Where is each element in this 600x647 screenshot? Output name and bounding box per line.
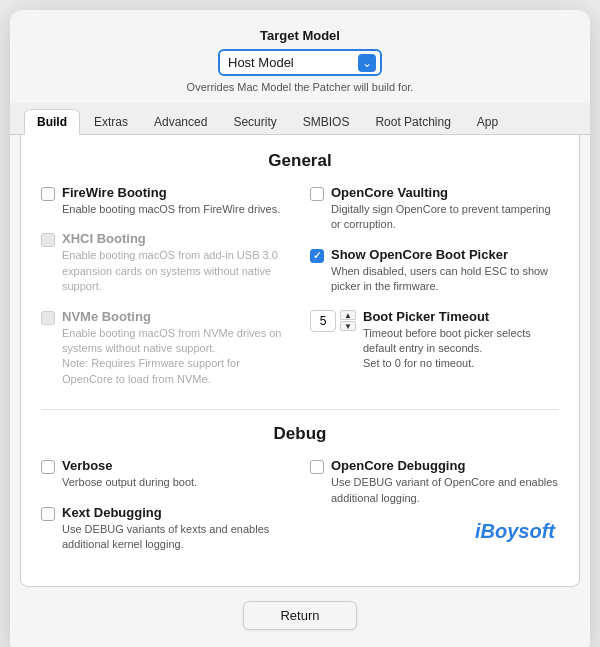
- stepper-value[interactable]: 5: [310, 310, 336, 332]
- tab-app[interactable]: App: [465, 110, 510, 134]
- firewire-checkbox[interactable]: [41, 187, 55, 201]
- tab-build[interactable]: Build: [24, 109, 80, 135]
- firewire-option: FireWire Booting Enable booting macOS fr…: [41, 185, 290, 217]
- stepper-up-btn[interactable]: ▲: [340, 310, 356, 320]
- section-divider: [41, 409, 559, 410]
- oc-debug-option: OpenCore Debugging Use DEBUG variant of …: [310, 458, 559, 506]
- bottom-bar: Return: [10, 587, 590, 634]
- select-arrow-icon: [358, 54, 376, 72]
- xhci-checkbox[interactable]: [41, 233, 55, 247]
- xhci-title: XHCI Booting: [62, 231, 290, 246]
- kext-debug-desc: Use DEBUG variants of kexts and enables …: [62, 522, 290, 553]
- debug-section: Debug Verbose Verbose output during boot…: [41, 424, 559, 566]
- oc-debug-content: OpenCore Debugging Use DEBUG variant of …: [331, 458, 559, 506]
- verbose-checkbox[interactable]: [41, 460, 55, 474]
- kext-debug-title: Kext Debugging: [62, 505, 290, 520]
- firewire-title: FireWire Booting: [62, 185, 280, 200]
- debug-right-col: OpenCore Debugging Use DEBUG variant of …: [310, 458, 559, 566]
- vaulting-content: OpenCore Vaulting Digitally sign OpenCor…: [331, 185, 559, 233]
- general-options-grid: FireWire Booting Enable booting macOS fr…: [41, 185, 559, 401]
- verbose-content: Verbose Verbose output during boot.: [62, 458, 197, 490]
- boot-picker-title: Show OpenCore Boot Picker: [331, 247, 559, 262]
- firewire-content: FireWire Booting Enable booting macOS fr…: [62, 185, 280, 217]
- verbose-title: Verbose: [62, 458, 197, 473]
- tabs-bar: Build Extras Advanced Security SMBIOS Ro…: [10, 103, 590, 135]
- boot-timeout-content: Boot Picker Timeout Timeout before boot …: [363, 309, 559, 372]
- oc-debug-title: OpenCore Debugging: [331, 458, 559, 473]
- target-model-section: Target Model Host Model MacPro5,1 iMac14…: [10, 10, 590, 103]
- verbose-desc: Verbose output during boot.: [62, 475, 197, 490]
- vaulting-desc: Digitally sign OpenCore to prevent tampe…: [331, 202, 559, 233]
- tab-smbios[interactable]: SMBIOS: [291, 110, 362, 134]
- return-button[interactable]: Return: [243, 601, 356, 630]
- general-left-col: FireWire Booting Enable booting macOS fr…: [41, 185, 290, 401]
- nvme-title: NVMe Booting: [62, 309, 290, 324]
- host-model-select[interactable]: Host Model MacPro5,1 iMac14,2: [224, 53, 354, 72]
- verbose-option: Verbose Verbose output during boot.: [41, 458, 290, 490]
- general-title: General: [41, 151, 559, 171]
- nvme-content: NVMe Booting Enable booting macOS from N…: [62, 309, 290, 388]
- tab-security[interactable]: Security: [221, 110, 288, 134]
- override-text: Overrides Mac Model the Patcher will bui…: [187, 81, 414, 93]
- stepper-control: 5 ▲ ▼: [310, 310, 356, 332]
- oc-debug-desc: Use DEBUG variant of OpenCore and enable…: [331, 475, 559, 506]
- boot-timeout-option: 5 ▲ ▼ Boot Picker Timeout Timeout before…: [310, 309, 559, 372]
- kext-debug-option: Kext Debugging Use DEBUG variants of kex…: [41, 505, 290, 553]
- oc-debug-checkbox[interactable]: [310, 460, 324, 474]
- stepper-down-btn[interactable]: ▼: [340, 321, 356, 331]
- select-wrapper[interactable]: Host Model MacPro5,1 iMac14,2: [218, 49, 382, 76]
- debug-options-grid: Verbose Verbose output during boot. Kext…: [41, 458, 559, 566]
- tab-extras[interactable]: Extras: [82, 110, 140, 134]
- main-window: Target Model Host Model MacPro5,1 iMac14…: [10, 10, 590, 647]
- boot-picker-content: Show OpenCore Boot Picker When disabled,…: [331, 247, 559, 295]
- boot-timeout-title: Boot Picker Timeout: [363, 309, 559, 324]
- general-right-col: OpenCore Vaulting Digitally sign OpenCor…: [310, 185, 559, 401]
- xhci-option: XHCI Booting Enable booting macOS from a…: [41, 231, 290, 294]
- kext-debug-content: Kext Debugging Use DEBUG variants of kex…: [62, 505, 290, 553]
- stepper-buttons: ▲ ▼: [340, 310, 356, 331]
- vaulting-checkbox[interactable]: [310, 187, 324, 201]
- xhci-desc: Enable booting macOS from add-in USB 3.0…: [62, 248, 290, 294]
- boot-timeout-desc: Timeout before boot picker selects defau…: [363, 326, 559, 372]
- xhci-content: XHCI Booting Enable booting macOS from a…: [62, 231, 290, 294]
- content-area: General FireWire Booting Enable booting …: [20, 135, 580, 587]
- boot-picker-desc: When disabled, users can hold ESC to sho…: [331, 264, 559, 295]
- boot-picker-option: Show OpenCore Boot Picker When disabled,…: [310, 247, 559, 295]
- iboysoft-logo: iBoysoft: [310, 520, 559, 543]
- tab-root-patching[interactable]: Root Patching: [363, 110, 462, 134]
- nvme-option: NVMe Booting Enable booting macOS from N…: [41, 309, 290, 388]
- vaulting-title: OpenCore Vaulting: [331, 185, 559, 200]
- nvme-desc: Enable booting macOS from NVMe drives on…: [62, 326, 290, 388]
- kext-debug-checkbox[interactable]: [41, 507, 55, 521]
- tab-advanced[interactable]: Advanced: [142, 110, 219, 134]
- firewire-desc: Enable booting macOS from FireWire drive…: [62, 202, 280, 217]
- debug-title: Debug: [41, 424, 559, 444]
- target-model-label: Target Model: [260, 28, 340, 43]
- boot-picker-checkbox[interactable]: [310, 249, 324, 263]
- nvme-checkbox[interactable]: [41, 311, 55, 325]
- debug-left-col: Verbose Verbose output during boot. Kext…: [41, 458, 290, 566]
- vaulting-option: OpenCore Vaulting Digitally sign OpenCor…: [310, 185, 559, 233]
